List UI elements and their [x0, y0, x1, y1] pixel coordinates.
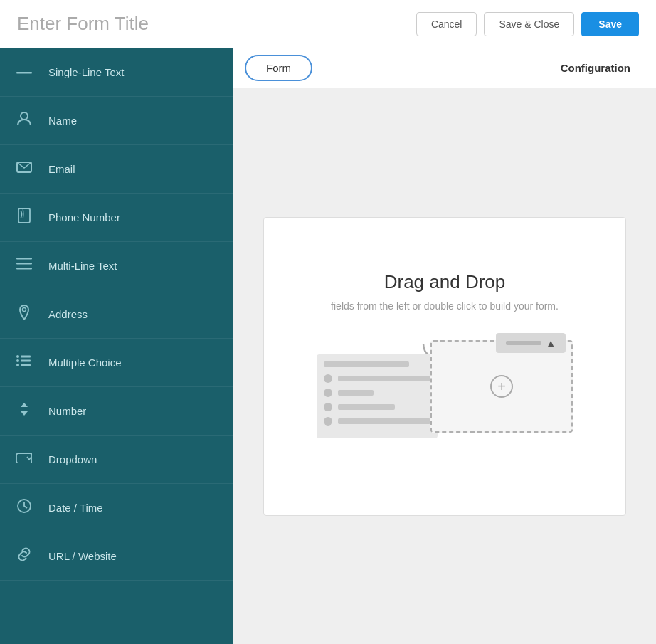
- drag-drop-title: Drag and Drop: [384, 271, 506, 293]
- sidebar-label: Multi-Line Text: [48, 260, 117, 272]
- tab-form[interactable]: Form: [245, 55, 312, 81]
- multi-line-text-icon: [14, 258, 34, 274]
- cancel-button[interactable]: Cancel: [416, 12, 477, 36]
- svg-rect-8: [21, 356, 31, 358]
- svg-rect-5: [16, 268, 32, 270]
- single-line-text-icon: [14, 65, 34, 80]
- url-icon: [14, 547, 34, 566]
- sidebar: Single-Line Text Name Email Phone Number: [0, 48, 233, 644]
- phone-icon: [14, 208, 34, 227]
- svg-marker-13: [21, 403, 28, 407]
- name-icon: [14, 111, 34, 130]
- svg-point-7: [16, 355, 19, 358]
- svg-point-6: [23, 308, 26, 312]
- sidebar-label: Dropdown: [48, 453, 97, 465]
- sidebar-item-phone-number[interactable]: Phone Number: [0, 194, 233, 242]
- save-button[interactable]: Save: [581, 12, 639, 36]
- number-icon: [14, 401, 34, 421]
- sidebar-label: Address: [48, 308, 88, 320]
- email-icon: [14, 162, 34, 176]
- sidebar-label: Name: [48, 115, 77, 127]
- sidebar-item-name[interactable]: Name: [0, 97, 233, 145]
- dropdown-icon: [14, 452, 34, 467]
- sidebar-label: Phone Number: [48, 211, 120, 223]
- sidebar-label: Email: [48, 163, 75, 175]
- form-canvas: Drag and Drop fields from the left or do…: [233, 88, 656, 644]
- sidebar-label: URL / Website: [48, 550, 117, 562]
- svg-rect-3: [16, 258, 32, 260]
- sidebar-label: Number: [48, 405, 86, 417]
- tab-configuration[interactable]: Configuration: [546, 56, 645, 80]
- content-area: Form Configuration Drag and Drop fields …: [233, 48, 656, 644]
- sidebar-label: Date / Time: [48, 502, 103, 514]
- app-header: Enter Form Title Cancel Save & Close Sav…: [0, 0, 656, 48]
- multiple-choice-icon: [14, 354, 34, 371]
- address-icon: [14, 305, 34, 324]
- form-title[interactable]: Enter Form Title: [17, 13, 149, 35]
- sidebar-item-dropdown[interactable]: Dropdown: [0, 436, 233, 484]
- illus-plus-icon: +: [490, 375, 513, 398]
- sidebar-item-address[interactable]: Address: [0, 290, 233, 339]
- date-time-icon: [14, 499, 34, 517]
- header-actions: Cancel Save & Close Save: [416, 12, 639, 36]
- svg-rect-4: [16, 263, 32, 265]
- sidebar-label: Multiple Choice: [48, 357, 122, 369]
- sidebar-item-multiple-choice[interactable]: Multiple Choice: [0, 339, 233, 387]
- tabs-bar: Form Configuration: [233, 48, 656, 88]
- form-canvas-inner: Drag and Drop fields from the left or do…: [263, 217, 626, 516]
- svg-point-11: [16, 364, 19, 366]
- sidebar-item-single-line-text[interactable]: Single-Line Text: [0, 48, 233, 97]
- cursor-icon: ▲: [546, 337, 556, 349]
- svg-point-9: [16, 359, 19, 362]
- drag-drop-subtitle: fields from the left or double click to …: [331, 300, 559, 312]
- svg-rect-0: [16, 72, 32, 74]
- sidebar-label: Single-Line Text: [48, 66, 124, 78]
- save-close-button[interactable]: Save & Close: [484, 12, 574, 36]
- svg-rect-12: [21, 364, 31, 366]
- illus-left-panel: [317, 354, 438, 438]
- drag-drop-illustration: + ▲: [317, 333, 573, 461]
- illus-right-panel: +: [430, 340, 573, 433]
- svg-rect-10: [21, 360, 31, 362]
- svg-marker-14: [21, 411, 28, 416]
- sidebar-item-multi-line-text[interactable]: Multi-Line Text: [0, 242, 233, 290]
- illus-floating-card: ▲: [496, 333, 566, 353]
- sidebar-item-url-website[interactable]: URL / Website: [0, 532, 233, 581]
- sidebar-item-number[interactable]: Number: [0, 387, 233, 436]
- sidebar-item-date-time[interactable]: Date / Time: [0, 484, 233, 532]
- svg-point-1: [21, 112, 28, 120]
- sidebar-item-email[interactable]: Email: [0, 145, 233, 194]
- main-layout: Single-Line Text Name Email Phone Number: [0, 48, 656, 644]
